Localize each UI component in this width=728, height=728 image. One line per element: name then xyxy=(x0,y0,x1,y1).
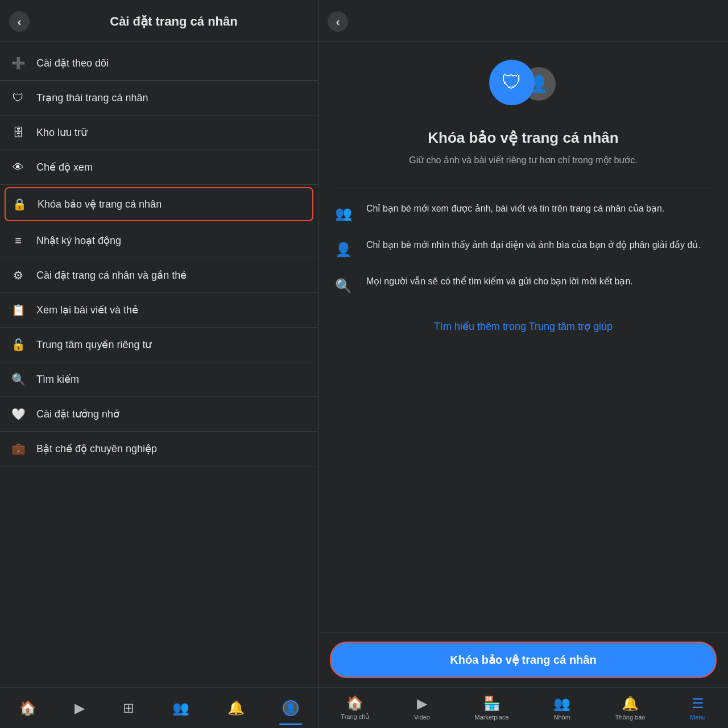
video-icon: ▶ xyxy=(75,700,85,716)
feature-profile-photo-privacy: 👤Chỉ bạn bè mới nhìn thấy ảnh đại diện v… xyxy=(332,238,714,261)
marketplace-nav-icon: 🏪 xyxy=(483,696,500,712)
back-arrow-right-icon: ‹ xyxy=(336,15,340,28)
activity-log-label: Nhật ký hoạt động xyxy=(36,234,121,247)
left-nav-profile[interactable]: 👤 xyxy=(276,696,305,721)
right-nav-marketplace[interactable]: 🏪Marketplace xyxy=(468,691,516,725)
bell-icon: 🔔 xyxy=(228,700,245,716)
follow-settings-label: Cài đặt theo dõi xyxy=(36,57,109,69)
search-friend-request-text: Mọi người vẫn sẽ có thể tìm kiếm và gửi … xyxy=(366,275,714,288)
menu-item-memorial-settings[interactable]: 🤍Cài đặt tưởng nhớ xyxy=(0,397,318,432)
friends-only-content-icon: 👥 xyxy=(332,202,355,225)
right-nav-menu[interactable]: ☰Menu xyxy=(683,691,713,725)
profile-lock-icon: 🔒 xyxy=(10,195,28,213)
feature-friends-only-content: 👥Chỉ bạn bè mới xem được ảnh, bài viết v… xyxy=(332,202,714,225)
right-nav-notifications[interactable]: 🔔Thông báo xyxy=(609,691,652,725)
groups-nav-icon: 👥 xyxy=(553,696,570,712)
profile-avatar: 👤 xyxy=(283,700,299,716)
profile-icons-container: 🛡 👤 xyxy=(489,60,557,111)
pro-mode-icon: 💼 xyxy=(9,440,27,458)
right-content: 🛡 👤 Khóa bảo vệ trang cá nhân Giữ cho ản… xyxy=(318,42,728,632)
menu-item-profile-lock[interactable]: 🔒Khóa bảo vệ trang cá nhân xyxy=(5,187,313,221)
video-nav-icon: ▶ xyxy=(417,696,427,712)
groups-nav-label: Nhóm xyxy=(554,714,570,721)
friends-only-content-text: Chỉ bạn bè mới xem được ảnh, bài viết và… xyxy=(366,202,714,216)
search-friend-request-icon: 🔍 xyxy=(332,275,355,297)
profile-photo-privacy-text: Chỉ bạn bè mới nhìn thấy ảnh đại diện và… xyxy=(366,238,714,252)
memorial-settings-icon: 🤍 xyxy=(9,405,27,423)
pro-mode-label: Bật chế độ chuyên nghiệp xyxy=(36,442,157,455)
shield-icon-large: 🛡 xyxy=(489,60,535,105)
menu-nav-icon: ☰ xyxy=(692,696,704,712)
menu-item-follow-settings[interactable]: ➕Cài đặt theo dõi xyxy=(0,46,318,81)
profile-settings-tag-icon: ⚙ xyxy=(9,266,27,284)
menu-item-activity-log[interactable]: ≡Nhật ký hoạt động xyxy=(0,224,318,258)
search-label: Tìm kiếm xyxy=(36,373,79,386)
profile-settings-tag-label: Cài đặt trang cá nhân và gắn thẻ xyxy=(36,269,187,282)
left-nav-home[interactable]: 🏠 xyxy=(13,696,43,721)
shield-symbol: 🛡 xyxy=(502,71,522,94)
left-nav-notifications[interactable]: 🔔 xyxy=(221,696,251,721)
home-icon: 🏠 xyxy=(19,700,36,716)
left-nav-marketplace[interactable]: ⊞ xyxy=(116,696,141,721)
feature-list: 👥Chỉ bạn bè mới xem được ảnh, bài viết v… xyxy=(332,202,714,311)
notifications-nav-label: Thông báo xyxy=(615,714,646,721)
menu-item-storage[interactable]: 🗄Kho lưu trữ xyxy=(0,115,318,150)
groups-icon: 👥 xyxy=(172,700,189,716)
marketplace-icon: ⊞ xyxy=(123,700,134,716)
video-nav-label: Video xyxy=(414,714,430,721)
right-subtitle: Giữ cho ảnh và bài viết riêng tư hơn chỉ… xyxy=(409,154,638,167)
right-bottom-nav: 🏠Trang chủ▶Video🏪Marketplace👥Nhóm🔔Thông … xyxy=(318,687,728,728)
left-bottom-nav: 🏠 ▶ ⊞ 👥 🔔 👤 xyxy=(0,687,318,728)
left-panel: ‹ Cài đặt trang cá nhân ➕Cài đặt theo dõ… xyxy=(0,0,318,728)
right-panel: ‹ 🛡 👤 Khóa bảo vệ trang cá nhân Giữ cho … xyxy=(318,0,728,728)
privacy-center-label: Trung tâm quyền riêng tư xyxy=(36,338,151,351)
menu-item-profile-status[interactable]: 🛡Trạng thái trang cá nhân xyxy=(0,81,318,115)
notifications-nav-icon: 🔔 xyxy=(622,696,639,712)
profile-lock-label: Khóa bảo vệ trang cá nhân xyxy=(38,198,162,210)
profile-photo-privacy-icon: 👤 xyxy=(332,238,355,261)
menu-item-privacy-center[interactable]: 🔓Trung tâm quyền riêng tư xyxy=(0,328,318,362)
lock-profile-button[interactable]: Khóa bảo vệ trang cá nhân xyxy=(330,642,717,678)
review-posts-icon: 📋 xyxy=(9,301,27,319)
right-footer: Khóa bảo vệ trang cá nhân xyxy=(318,632,728,687)
profile-status-icon: 🛡 xyxy=(9,89,27,107)
right-nav-home[interactable]: 🏠Trang chủ xyxy=(334,690,376,725)
activity-log-icon: ≡ xyxy=(9,231,27,250)
active-bar xyxy=(279,723,302,725)
help-link[interactable]: Tìm hiểu thêm trong Trung tâm trợ giúp xyxy=(434,320,613,333)
profile-status-label: Trạng thái trang cá nhân xyxy=(36,92,148,104)
follow-settings-icon: ➕ xyxy=(9,54,27,72)
search-icon: 🔍 xyxy=(9,370,27,388)
left-nav-groups[interactable]: 👥 xyxy=(166,696,196,721)
left-header: ‹ Cài đặt trang cá nhân xyxy=(0,0,318,42)
marketplace-nav-label: Marketplace xyxy=(475,714,509,721)
back-button-left[interactable]: ‹ xyxy=(9,11,30,32)
review-posts-label: Xem lại bài viết và thẻ xyxy=(36,304,138,316)
memorial-settings-label: Cài đặt tưởng nhớ xyxy=(36,408,119,420)
divider xyxy=(332,188,714,188)
menu-item-pro-mode[interactable]: 💼Bật chế độ chuyên nghiệp xyxy=(0,432,318,466)
feature-search-friend-request: 🔍Mọi người vẫn sẽ có thể tìm kiếm và gửi… xyxy=(332,275,714,297)
menu-item-profile-settings-tag[interactable]: ⚙Cài đặt trang cá nhân và gắn thẻ xyxy=(0,258,318,293)
menu-item-search[interactable]: 🔍Tìm kiếm xyxy=(0,362,318,397)
back-button-right[interactable]: ‹ xyxy=(328,11,348,32)
right-nav-groups[interactable]: 👥Nhóm xyxy=(547,691,577,725)
right-nav-video[interactable]: ▶Video xyxy=(407,691,437,725)
menu-nav-label: Menu xyxy=(690,714,706,721)
privacy-center-icon: 🔓 xyxy=(9,336,27,354)
right-header: ‹ xyxy=(318,0,728,42)
storage-label: Kho lưu trữ xyxy=(36,126,87,139)
left-panel-title: Cài đặt trang cá nhân xyxy=(39,14,309,29)
right-main-title: Khóa bảo vệ trang cá nhân xyxy=(428,129,618,147)
menu-item-view-mode[interactable]: 👁Chế độ xem xyxy=(0,150,318,185)
settings-menu-list: ➕Cài đặt theo dõi🛡Trạng thái trang cá nh… xyxy=(0,42,318,687)
back-arrow-icon: ‹ xyxy=(18,15,22,28)
left-nav-video[interactable]: ▶ xyxy=(68,696,92,721)
view-mode-icon: 👁 xyxy=(9,158,27,176)
home-nav-icon: 🏠 xyxy=(346,695,363,711)
storage-icon: 🗄 xyxy=(9,123,27,142)
view-mode-label: Chế độ xem xyxy=(36,161,93,173)
menu-item-review-posts[interactable]: 📋Xem lại bài viết và thẻ xyxy=(0,293,318,328)
home-nav-label: Trang chủ xyxy=(341,713,369,721)
